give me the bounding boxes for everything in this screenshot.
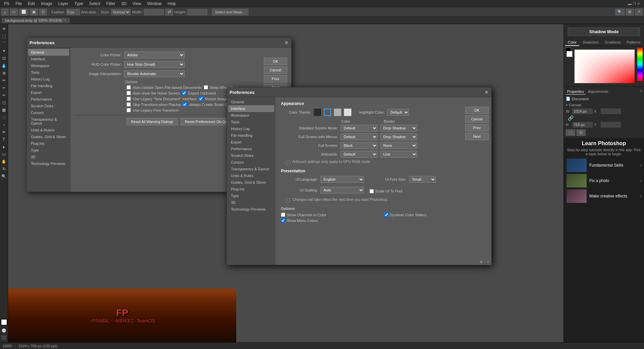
legacytransform-checkbox[interactable] [127, 108, 131, 112]
menu-edit[interactable]: Edit [25, 1, 38, 7]
next-button-front[interactable]: Next [465, 133, 489, 140]
dynamic-sliders-checkbox[interactable] [384, 213, 389, 217]
ok-button-front[interactable]: OK [465, 107, 489, 114]
reset-warnings-button[interactable]: Reset All Warning Dialogs [127, 118, 178, 125]
sidebar-item-interface-back[interactable]: Interface [28, 56, 69, 62]
pen-tool[interactable]: ✒ [1, 129, 7, 135]
menu-ps[interactable]: PS [1, 1, 12, 7]
show-menu-checkbox[interactable] [281, 218, 285, 223]
ui-fontsize-select[interactable]: Small [409, 176, 436, 183]
ok-button-back[interactable]: OK [264, 58, 287, 65]
dialog-close-front[interactable]: ✕ [485, 90, 489, 95]
artboards-color-select[interactable]: Default [341, 151, 378, 158]
menu-help[interactable]: Help [165, 1, 179, 7]
menu-3d[interactable]: 3D [118, 1, 129, 7]
blur-tool[interactable]: ◌ [1, 114, 7, 121]
scroll-list-button[interactable]: ≡ [485, 259, 491, 264]
front-sidebar-general[interactable]: General [228, 99, 274, 105]
standard-screen-color-select[interactable]: Default [341, 125, 378, 131]
gradient-tool[interactable]: ▦ [1, 107, 7, 113]
menu-view[interactable]: View [130, 1, 144, 7]
front-sidebar-tools[interactable]: Tools [228, 119, 274, 125]
color-gradient[interactable] [575, 50, 635, 83]
eraser-tool[interactable]: ◻ [1, 99, 7, 106]
props-menu-icon[interactable]: ≡ [640, 89, 642, 95]
theme-swatch-dark[interactable] [314, 109, 321, 116]
rotate-tool[interactable]: ↻ [1, 166, 7, 172]
homescreen-checkbox[interactable] [127, 91, 131, 95]
sidebar-item-techprev-back[interactable]: Technology Previews [28, 160, 69, 167]
theme-swatch-medium[interactable] [324, 109, 331, 116]
legacynew-checkbox[interactable] [127, 97, 131, 101]
front-sidebar-export[interactable]: Export [228, 139, 274, 146]
gradients-tab[interactable]: Gradients [602, 39, 624, 46]
path-selection-tool[interactable]: ▸ [1, 143, 7, 150]
sidebar-item-guides-back[interactable]: Guides, Grid & Slices [28, 133, 69, 140]
sidebar-item-type-back[interactable]: Type [28, 147, 69, 154]
swatches-tab[interactable]: Swatches [580, 39, 601, 46]
front-sidebar-techprev[interactable]: Technology Previews [228, 206, 274, 213]
ui-language-select[interactable]: English [320, 176, 364, 183]
menu-image[interactable]: Image [38, 1, 55, 7]
eyedropper-tool[interactable]: 💧 [1, 62, 7, 69]
front-sidebar-type[interactable]: Type [228, 192, 274, 199]
front-sidebar-plugins[interactable]: Plug-Ins [228, 186, 274, 192]
crop-tool[interactable]: ⊡ [1, 55, 7, 62]
autoupdate-checkbox[interactable] [127, 85, 131, 90]
sidebar-item-units-back[interactable]: Units & Rulers [28, 127, 69, 133]
front-sidebar-cursors[interactable]: Cursors [228, 159, 274, 166]
sidebar-item-general[interactable]: General [28, 49, 69, 56]
front-sidebar-interface[interactable]: Interface [228, 105, 274, 112]
menu-type[interactable]: Type [71, 1, 86, 7]
dodge-tool[interactable]: ○ [1, 121, 7, 128]
scroll-grid-button[interactable]: ⊞ [479, 259, 484, 264]
workspace-button[interactable]: ⊞ [626, 9, 634, 15]
sidebar-item-performance-back[interactable]: Performance [28, 96, 69, 103]
ui-scaling-select[interactable]: Auto [320, 187, 364, 193]
front-sidebar-history[interactable]: History Log [228, 125, 274, 132]
tool-option2[interactable]: ▣ [30, 9, 38, 15]
tool-option3[interactable]: ⊡ [39, 9, 47, 15]
prev-button-back[interactable]: Prev [264, 75, 287, 82]
zoom-tool[interactable]: 🔍 [1, 173, 7, 180]
menu-layer[interactable]: Layer [55, 1, 71, 7]
interpolation-select[interactable]: Bicubic Automatic [124, 70, 185, 77]
fullscreen-menus-border-select[interactable]: Drop Shadow [380, 133, 417, 140]
color-tab[interactable]: Color [565, 39, 579, 46]
y-input[interactable] [601, 122, 621, 127]
height-input[interactable] [187, 9, 207, 15]
menu-window[interactable]: Window [145, 1, 164, 7]
smartobjects-checkbox[interactable] [183, 102, 187, 107]
patterns-tab[interactable]: Patterns [624, 39, 643, 46]
skiptransform-checkbox[interactable] [127, 102, 131, 107]
hud-select[interactable]: Hue Strip (Small) [124, 61, 185, 68]
exportclipboard-checkbox[interactable] [182, 91, 186, 95]
front-sidebar-filehandling[interactable]: File Handling [228, 132, 274, 139]
search-toolbar-button[interactable]: 🔍 [615, 9, 625, 15]
w-input[interactable] [573, 109, 593, 114]
front-sidebar-guides[interactable]: Guides, Grid & Slices [228, 179, 274, 186]
sidebar-item-tools-back[interactable]: Tools [28, 69, 69, 76]
canvas-size-button[interactable]: ⬚ [566, 129, 575, 136]
spectrum-bar[interactable] [637, 48, 643, 81]
learn-item-fixphoto[interactable]: Fix a photo › [566, 174, 641, 187]
fullscreen-border-select[interactable]: None [380, 142, 417, 149]
magic-wand-tool[interactable]: ✦ [1, 48, 7, 54]
reset-prefs-button[interactable]: Reset Preferences On Quit [181, 118, 234, 125]
marquee-tool[interactable]: ▭ [10, 9, 18, 15]
fg-bg-color[interactable] [1, 319, 7, 326]
link-icon[interactable]: 🔗 [568, 115, 574, 121]
swap-button[interactable]: ⇄ [165, 9, 173, 15]
healing-tool[interactable]: ⊕ [1, 70, 7, 76]
theme-swatch-lighter[interactable] [344, 109, 351, 116]
brush-tool[interactable]: ✏ [1, 77, 7, 84]
sidebar-item-workspace-back[interactable]: Workspace [28, 62, 69, 69]
select-mask-button[interactable]: Select and Mask... [212, 9, 248, 15]
front-sidebar-units[interactable]: Units & Rules [228, 172, 274, 179]
highlight-color-select[interactable]: Default [387, 109, 409, 116]
sidebar-item-cursors-back[interactable]: Cursors [28, 109, 69, 116]
sidebar-item-scratchdisks-back[interactable]: Scratch Disks [28, 103, 69, 109]
artboards-border-select[interactable]: Line [380, 151, 417, 158]
beep-checkbox[interactable] [204, 85, 208, 90]
sidebar-item-plugins-back[interactable]: Plug-Ins [28, 140, 69, 147]
